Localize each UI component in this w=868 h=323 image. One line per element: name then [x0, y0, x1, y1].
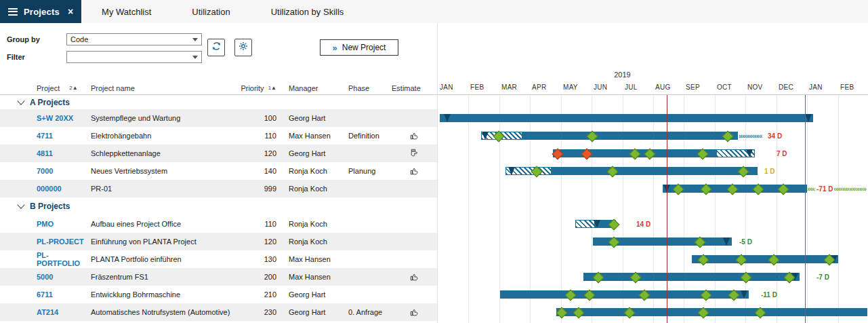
project-manager: Georg Hart	[289, 290, 348, 299]
project-code-link[interactable]: S+W 20XX	[37, 114, 91, 122]
estimate-cell	[392, 149, 437, 158]
chevron-down-icon[interactable]	[17, 97, 24, 104]
gantt-bar-hatched[interactable]	[575, 220, 595, 228]
filter-select[interactable]	[66, 51, 202, 63]
table-row[interactable]: 4711Elektrohängebahn110Max HansenDefinit…	[0, 127, 437, 145]
gantt-row	[438, 109, 868, 127]
schedule-marker-icon	[746, 149, 753, 157]
col-estimate[interactable]: Estimate	[392, 84, 437, 92]
tab-utilization-by-skills[interactable]: Utilization by Skills	[251, 0, 365, 23]
project-code-link[interactable]: 6711	[37, 290, 91, 299]
menu-icon[interactable]	[8, 6, 18, 17]
project-priority: 140	[240, 167, 278, 175]
project-code-link[interactable]: 5000	[37, 273, 91, 281]
chevron-down-icon	[192, 38, 198, 41]
schedule-marker-icon	[723, 238, 730, 246]
thumbs-up-icon	[410, 131, 419, 140]
group-by-select[interactable]: Code	[66, 33, 202, 45]
timeline-header: 2019 JANFEBMARAPRMAYJUNJULAUGSEPOCTNOVDE…	[438, 23, 868, 95]
project-name: PLANTA Portfolio einführen	[91, 255, 240, 263]
table-row[interactable]: PMOAufbau eines Project Office110Ronja K…	[0, 215, 437, 233]
estimate-cell	[392, 272, 437, 282]
new-project-label: New Project	[342, 43, 386, 52]
gantt-bar[interactable]	[583, 273, 800, 281]
buffer-chevrons: »»»»»»»	[739, 132, 762, 140]
tab-my-watchlist[interactable]: My Watchlist	[81, 0, 171, 23]
table-row[interactable]: AT214Automatisches Notrufsystem (Automot…	[0, 303, 437, 321]
table-row[interactable]: 4811Schleppkettenanlage120Georg Hart	[0, 145, 437, 162]
project-priority: 120	[240, 238, 278, 246]
month-label: SEP	[686, 83, 700, 91]
project-name: Einführung von PLANTA Project	[91, 238, 240, 246]
table-row[interactable]: 000000PR-01999Ronja Koch	[0, 180, 437, 197]
project-manager: Ronja Koch	[289, 167, 348, 175]
delay-label: -7 D	[817, 273, 829, 282]
project-code-link[interactable]: 000000	[37, 185, 91, 193]
thumb-sideways-icon	[410, 149, 419, 158]
col-project-name[interactable]: Project name	[91, 84, 240, 92]
refresh-button[interactable]	[207, 39, 225, 56]
gantt-row: -11 D	[438, 286, 868, 303]
tab-utilization[interactable]: Utilization	[171, 0, 250, 23]
project-code-link[interactable]: 4711	[37, 132, 91, 140]
gantt-body: »»»»»»»34 D7 D1 D»»»»»»»»»»»»»»»»»-71 D1…	[438, 95, 868, 323]
project-code-link[interactable]: AT214	[37, 308, 91, 316]
schedule-marker-icon	[482, 132, 489, 140]
gantt-row: »»»»»»»34 D	[438, 127, 868, 145]
gantt-bar[interactable]	[556, 308, 867, 316]
gantt-row: -7 D	[438, 268, 868, 286]
tab-projects[interactable]: Projects ×	[0, 0, 81, 23]
month-label: JUN	[594, 83, 607, 91]
gantt-row: 1 D	[438, 162, 868, 180]
new-project-button[interactable]: » New Project	[320, 39, 398, 56]
gantt-row: 14 D	[438, 215, 868, 233]
month-label: OCT	[717, 83, 732, 91]
project-priority: 999	[240, 185, 278, 193]
col-priority[interactable]: Priority 1▲	[240, 84, 278, 92]
month-label: MAR	[501, 83, 517, 91]
tab-close-icon[interactable]: ×	[68, 6, 73, 17]
estimate-cell	[392, 307, 437, 317]
table-row[interactable]: PL-PROJECTEinführung von PLANTA Project1…	[0, 233, 437, 250]
estimate-cell	[392, 131, 437, 140]
project-priority: 230	[240, 308, 278, 316]
table-row[interactable]: 5000Fräszentrum FS1200Max Hansen	[0, 268, 437, 286]
project-name: PR-01	[91, 185, 240, 193]
table-row[interactable]: S+W 20XXSystempflege und Wartung100Georg…	[0, 109, 437, 127]
settings-button[interactable]	[234, 39, 252, 56]
table-row[interactable]: 7000Neues Vertriebssystem140Ronja KochPl…	[0, 162, 437, 180]
table-row[interactable]: PL-PORTFOLIOPLANTA Portfolio einführen13…	[0, 250, 437, 268]
project-priority: 200	[240, 273, 278, 281]
col-phase[interactable]: Phase	[348, 84, 392, 92]
project-manager: Ronja Koch	[289, 238, 348, 246]
month-label: APR	[532, 83, 546, 91]
gantt-row	[438, 250, 868, 268]
gantt-group-spacer	[438, 197, 868, 215]
gantt-bar[interactable]	[692, 255, 838, 263]
month-label: JAN	[440, 83, 453, 91]
col-manager[interactable]: Manager	[289, 84, 348, 92]
group-header[interactable]: B Projects	[0, 197, 437, 215]
project-code-link[interactable]: 4811	[37, 149, 91, 157]
table-row[interactable]: 6711Entwicklung Bohrmaschine210Georg Har…	[0, 286, 437, 303]
project-name: Neues Vertriebssystem	[91, 167, 240, 175]
project-code-link[interactable]: 7000	[37, 167, 91, 175]
chevron-down-icon[interactable]	[17, 201, 24, 208]
project-phase: Planung	[348, 167, 392, 175]
group-header[interactable]: A Projects	[0, 95, 437, 109]
project-manager: Max Hansen	[289, 255, 348, 263]
delay-label: -5 D	[739, 238, 752, 246]
double-chevron-icon: »	[333, 43, 337, 53]
project-code-link[interactable]: PL-PORTFOLIO	[37, 251, 91, 267]
gantt-pane: 2019 JANFEBMARAPRMAYJUNJULAUGSEPOCTNOVDE…	[437, 23, 868, 323]
col-project[interactable]: Project 2▲	[37, 84, 91, 92]
project-name: Elektrohängebahn	[91, 132, 240, 140]
group-label: B Projects	[30, 202, 70, 211]
month-label: DEC	[779, 83, 793, 91]
month-label: JUL	[625, 83, 638, 91]
schedule-marker-icon	[444, 114, 451, 122]
project-code-link[interactable]: PL-PROJECT	[37, 238, 91, 246]
project-code-link[interactable]: PMO	[37, 220, 91, 228]
gantt-bar[interactable]	[440, 114, 813, 122]
timeline-year: 2019	[438, 71, 807, 79]
